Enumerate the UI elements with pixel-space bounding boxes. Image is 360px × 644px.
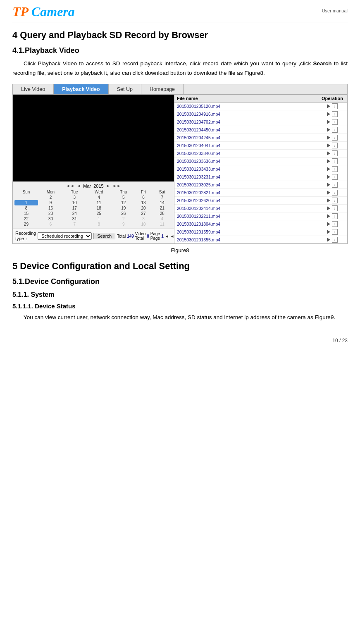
calendar-day[interactable]: 18 xyxy=(86,205,112,211)
calendar-day[interactable]: 26 xyxy=(112,211,135,216)
download-icon[interactable]: ↓ xyxy=(332,229,338,235)
calendar-day[interactable]: 10 xyxy=(63,200,86,205)
calendar-day[interactable]: 20 xyxy=(135,205,152,211)
download-icon[interactable]: ↓ xyxy=(332,237,338,243)
download-icon[interactable]: ↓ xyxy=(332,190,338,196)
table-row: 20150301202620.mp4↓ xyxy=(174,197,347,205)
calendar-day[interactable]: 17 xyxy=(63,205,86,211)
calendar-day[interactable]: 23 xyxy=(38,211,63,216)
play-icon[interactable] xyxy=(327,238,330,242)
calendar-day[interactable]: 4 xyxy=(152,216,172,222)
calendar-day[interactable]: 6 xyxy=(135,195,152,200)
calendar-day[interactable]: 1 xyxy=(86,216,112,222)
calendar-day[interactable]: 22 xyxy=(14,216,38,222)
play-icon[interactable] xyxy=(327,159,330,163)
download-icon[interactable]: ↓ xyxy=(332,221,338,227)
section5111-body: You can view current user, network conne… xyxy=(12,313,348,322)
calendar-day[interactable]: 9 xyxy=(38,200,63,205)
download-icon[interactable]: ↓ xyxy=(332,158,338,164)
download-icon[interactable]: ↓ xyxy=(332,119,338,125)
play-icon[interactable] xyxy=(327,120,330,124)
page-first[interactable]: ◄ xyxy=(165,234,169,239)
play-icon[interactable] xyxy=(327,191,330,195)
cal-next-month[interactable]: ► xyxy=(106,184,110,188)
file-name: 20150301201355.mp4 xyxy=(177,237,320,242)
download-icon[interactable]: ↓ xyxy=(332,213,338,219)
download-icon[interactable]: ↓ xyxy=(332,205,338,211)
calendar-day[interactable]: 12 xyxy=(112,200,135,205)
calendar-day[interactable]: 28 xyxy=(152,211,172,216)
play-icon[interactable] xyxy=(327,198,330,203)
calendar-day[interactable]: 3 xyxy=(135,216,152,222)
calendar-day[interactable]: 1 xyxy=(14,200,38,205)
download-icon[interactable]: ↓ xyxy=(332,166,338,172)
play-icon[interactable] xyxy=(327,128,330,132)
file-operations: ↓ xyxy=(320,237,345,243)
calendar-day[interactable]: 24 xyxy=(63,211,86,216)
calendar-day[interactable]: 30 xyxy=(38,216,63,222)
calendar-day[interactable]: 8 xyxy=(86,222,112,227)
play-icon[interactable] xyxy=(327,222,330,226)
cal-prev-year[interactable]: ◄◄ xyxy=(66,184,74,188)
play-icon[interactable] xyxy=(327,206,330,210)
calendar-day[interactable]: 15 xyxy=(14,211,38,216)
calendar-day[interactable]: 14 xyxy=(152,200,172,205)
col-filename: File name xyxy=(177,96,320,101)
calendar-day[interactable]: 31 xyxy=(63,216,86,222)
calendar-day[interactable]: 11 xyxy=(86,200,112,205)
calendar-day[interactable]: 25 xyxy=(86,211,112,216)
download-icon[interactable]: ↓ xyxy=(332,182,338,188)
download-icon[interactable]: ↓ xyxy=(332,127,338,133)
download-icon[interactable]: ↓ xyxy=(332,150,338,156)
calendar-day[interactable]: 2 xyxy=(38,195,63,200)
play-icon[interactable] xyxy=(327,143,330,148)
play-icon[interactable] xyxy=(327,151,330,155)
calendar-day[interactable]: 6 xyxy=(38,222,63,227)
calendar-day[interactable]: 11 xyxy=(152,222,172,227)
tab-live-video[interactable]: Live Video xyxy=(13,84,54,94)
download-icon[interactable]: ↓ xyxy=(332,103,338,109)
calendar-day[interactable]: 19 xyxy=(112,205,135,211)
calendar-day[interactable]: 7 xyxy=(152,195,172,200)
col-operation: Operation xyxy=(320,96,345,101)
calendar-day[interactable]: 5 xyxy=(112,195,135,200)
tab-playback-video[interactable]: Playback Video xyxy=(54,84,109,94)
tab-setup[interactable]: Set Up xyxy=(109,84,141,94)
download-icon[interactable]: ↓ xyxy=(332,111,338,117)
download-icon[interactable]: ↓ xyxy=(332,135,338,141)
calendar-day[interactable]: 13 xyxy=(135,200,152,205)
section5111-title: 5.1.1.1. Device Status xyxy=(12,303,348,310)
cal-day-tue: Tue xyxy=(63,189,86,195)
play-icon[interactable] xyxy=(327,183,330,187)
calendar-day[interactable]: 10 xyxy=(135,222,152,227)
calendar-day[interactable]: 9 xyxy=(112,222,135,227)
download-icon[interactable]: ↓ xyxy=(332,174,338,180)
calendar-table: Sun Mon Tue Wed Thu Fri Sat 234567191011… xyxy=(14,189,172,227)
download-icon[interactable]: ↓ xyxy=(332,143,338,148)
calendar-day[interactable]: 16 xyxy=(38,205,63,211)
calendar-day[interactable]: 7 xyxy=(63,222,86,227)
play-icon[interactable] xyxy=(327,112,330,116)
recording-type-select[interactable]: Scheduled recording Motion recording xyxy=(38,232,92,240)
search-button[interactable]: Search xyxy=(93,233,115,239)
play-icon[interactable] xyxy=(327,167,330,171)
calendar-day[interactable]: 2 xyxy=(112,216,135,222)
calendar-day[interactable]: 3 xyxy=(63,195,86,200)
play-icon[interactable] xyxy=(327,230,330,234)
ui-main-area: ◄◄ ◄ Mar 2015 ► ►► Sun Mon Tue Wed Thu xyxy=(13,95,347,243)
calendar-day[interactable]: 21 xyxy=(152,205,172,211)
tab-homepage[interactable]: Homepage xyxy=(141,84,184,94)
calendar-day[interactable] xyxy=(14,195,38,200)
cal-prev-month[interactable]: ◄ xyxy=(76,184,81,188)
calendar-day[interactable]: 29 xyxy=(14,222,38,227)
play-icon[interactable] xyxy=(327,104,330,108)
cal-next-year[interactable]: ►► xyxy=(113,184,121,188)
download-icon[interactable]: ↓ xyxy=(332,198,338,203)
play-icon[interactable] xyxy=(327,214,330,218)
calendar-day[interactable]: 4 xyxy=(86,195,112,200)
calendar-day[interactable]: 8 xyxy=(14,205,38,211)
video-panel: ◄◄ ◄ Mar 2015 ► ►► Sun Mon Tue Wed Thu xyxy=(13,95,174,243)
calendar-day[interactable]: 27 xyxy=(135,211,152,216)
play-icon[interactable] xyxy=(327,175,330,179)
play-icon[interactable] xyxy=(327,136,330,140)
